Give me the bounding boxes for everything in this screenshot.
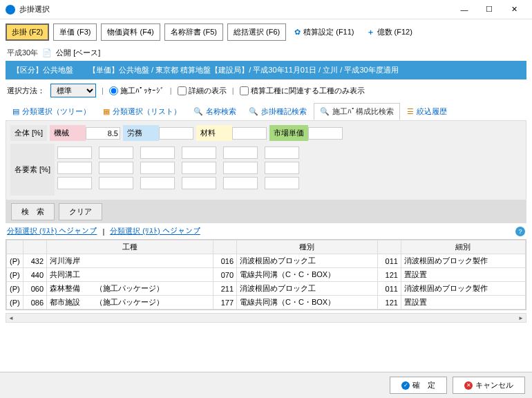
selmethod-dropdown[interactable]: 標準 — [50, 84, 96, 97]
matrix-cell[interactable] — [140, 162, 175, 174]
selmethod-label: 選択方法： — [7, 86, 45, 96]
search-button[interactable]: 検 索 — [11, 203, 55, 220]
th-saibetsu: 細別 — [401, 240, 525, 254]
tab-tree[interactable]: ▤分類選択（ツリー） — [7, 104, 96, 120]
filter-material-label: 材料 — [196, 125, 232, 141]
cancel-icon: ✕ — [464, 381, 473, 390]
filter-machine-input[interactable] — [86, 127, 120, 140]
radio-sekou[interactable]: 施工ﾊﾟｯｹｰｼﾞ — [109, 86, 164, 96]
matrix-cell[interactable] — [57, 177, 92, 189]
check-icon: ✓ — [401, 381, 410, 390]
tab-bukkashiryou[interactable]: 物価資料 (F4) — [101, 23, 160, 41]
jump-link-2[interactable]: 分類選択 (ﾘｽﾄ) へジャンプ — [110, 226, 200, 236]
filter-each-label: 各要素 [%] — [10, 144, 55, 196]
matrix-cell[interactable] — [57, 146, 92, 159]
matrix-cell[interactable] — [265, 162, 299, 174]
filter-icon: ☰ — [407, 107, 414, 116]
tab-tanka[interactable]: 単価 (F3) — [53, 23, 97, 41]
table-row[interactable]: (P)432河川海岸016消波根固めブロック工011消波根固めブロック製作 — [7, 254, 526, 268]
doc-icon: 📄 — [42, 48, 52, 57]
matrix-cell[interactable] — [140, 177, 175, 189]
filter-market-label: 市場単価 — [269, 125, 308, 141]
close-button[interactable]: ✕ — [502, 0, 526, 19]
scroll-left-icon[interactable]: ◄ — [6, 314, 16, 322]
matrix-cell[interactable] — [182, 162, 216, 174]
maximize-button[interactable]: ☐ — [477, 0, 502, 19]
matrix-cell[interactable] — [182, 146, 216, 159]
gear-icon: ✿ — [294, 28, 301, 37]
jump-link-1[interactable]: 分類選択 (ﾘｽﾄ) へジャンプ — [7, 226, 97, 236]
settings-button[interactable]: ✿積算設定 (F11) — [290, 24, 358, 40]
tab-namesearch[interactable]: 🔍名称検索 — [188, 104, 242, 120]
th-shubetsu: 種別 — [237, 240, 378, 254]
search-icon: 🔍 — [320, 107, 330, 116]
matrix-cell[interactable] — [99, 177, 133, 189]
matrix-cell[interactable] — [57, 162, 92, 174]
tab-history[interactable]: ☰絞込履歴 — [401, 104, 453, 120]
matrix-cell[interactable] — [223, 162, 258, 174]
app-icon — [6, 5, 15, 15]
help-icon[interactable]: ? — [515, 227, 525, 236]
matrix-cell[interactable] — [99, 146, 133, 159]
matrix-cell[interactable] — [99, 162, 133, 174]
chk-detail[interactable]: 詳細の表示 — [178, 86, 227, 96]
list-icon: ▦ — [103, 107, 110, 116]
filter-material-input[interactable] — [232, 127, 267, 140]
filter-machine-label: 機械 — [50, 125, 86, 141]
tab-list[interactable]: ▦分類選択（リスト） — [97, 104, 187, 120]
matrix-cell[interactable] — [182, 177, 216, 189]
filter-labor-input[interactable] — [159, 127, 193, 140]
plus-icon: ＋ — [367, 27, 374, 37]
table-row[interactable]: (P)440共同溝工070電線共同溝（C・C・BOX）121置設置 — [7, 268, 526, 282]
th-koushu: 工種 — [47, 240, 213, 254]
year-label: 平成30年 — [7, 48, 38, 58]
filter-labor-label: 労務 — [123, 125, 159, 141]
search-icon: 🔍 — [193, 107, 203, 116]
pub-label: 公開 [ベース] — [56, 48, 100, 58]
tree-icon: ▤ — [12, 107, 19, 116]
minimize-button[interactable]: — — [452, 0, 477, 19]
confirm-button[interactable]: ✓確 定 — [390, 377, 447, 394]
window-title: 歩掛選択 — [19, 4, 452, 15]
matrix-cell[interactable] — [140, 146, 175, 159]
matrix-cell[interactable] — [223, 146, 258, 159]
tab-meishou[interactable]: 名称辞書 (F5) — [164, 23, 223, 41]
tab-codesearch[interactable]: 🔍歩掛種記検索 — [243, 104, 312, 120]
matrix-cell[interactable] — [265, 177, 299, 189]
matrix-cell[interactable] — [223, 177, 258, 189]
tab-buai[interactable]: 歩掛 (F2) — [6, 23, 49, 41]
tab-soukatsu[interactable]: 総括選択 (F6) — [227, 23, 286, 41]
table-row[interactable]: (P)086都市施設 （施工パッケージ）177電線共同溝（C・C・BOX）121… — [7, 296, 526, 310]
tab-ratio[interactable]: 🔍施工ﾊﾟ構成比検索 — [314, 103, 400, 120]
context-bar: 【区分】公共地盤 【単価】公共地盤 / 東京都 積算地盤【建設局】/ 平成30年… — [6, 61, 526, 79]
scroll-right-icon[interactable]: ► — [516, 314, 526, 322]
cancel-button[interactable]: ✕キャンセル — [453, 377, 525, 394]
clear-button[interactable]: クリア — [59, 203, 102, 220]
search-icon: 🔍 — [249, 107, 258, 116]
okusu-button[interactable]: ＋億数 (F12) — [363, 24, 417, 40]
filter-total-label: 全体 [%] — [10, 125, 47, 141]
matrix-cell[interactable] — [265, 146, 299, 159]
result-table: 工種 種別 細別 (P)432河川海岸016消波根固めブロック工011消波根固め… — [6, 239, 526, 310]
table-row[interactable]: (P)060森林整備 （施工パッケージ）211消波根固めブロック工011消波根固… — [7, 282, 526, 296]
filter-market-input[interactable] — [308, 127, 343, 140]
chk-related[interactable]: 積算工種に関連する工種のみ表示 — [240, 86, 365, 96]
h-scrollbar[interactable]: ◄ ► — [6, 313, 526, 323]
